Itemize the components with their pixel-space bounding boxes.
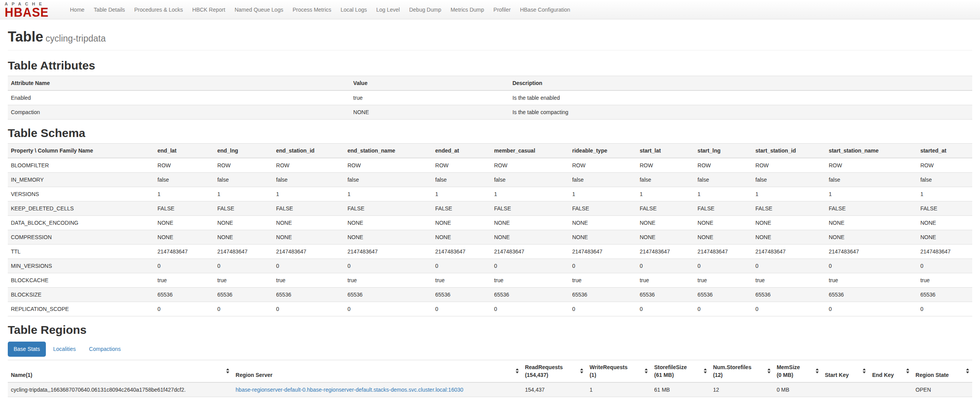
nav-item-hbase-configuration[interactable]: HBase Configuration	[515, 0, 575, 19]
schema-value-cell: 1	[826, 187, 917, 201]
schema-family-col-start-lat: start_lat	[636, 143, 694, 158]
regions-col-header-start-key[interactable]: Start Key	[822, 360, 869, 382]
schema-value-cell: NONE	[826, 230, 917, 244]
schema-value-cell: FALSE	[273, 201, 345, 215]
nav-item: Metrics Dump	[446, 0, 488, 19]
schema-table: Property \ Column Family Nameend_latend_…	[8, 143, 972, 316]
nav-item-local-logs[interactable]: Local Logs	[336, 0, 372, 19]
schema-value-cell: NONE	[636, 215, 694, 230]
schema-value-cell: 0	[273, 302, 345, 316]
schema-property-cell: MIN_VERSIONS	[8, 259, 154, 273]
region-state-cell: OPEN	[912, 382, 972, 397]
nav-item: Named Queue Logs	[230, 0, 288, 19]
regions-col-header-end-key[interactable]: End Key	[869, 360, 912, 382]
schema-value-cell: false	[432, 172, 491, 187]
schema-value-cell: true	[491, 273, 569, 287]
schema-value-cell: NONE	[432, 215, 491, 230]
schema-value-cell: 0	[432, 259, 491, 273]
schema-value-cell: 2147483647	[154, 244, 214, 259]
region-server-link[interactable]: hbase-regionserver-default-0.hbase-regio…	[235, 387, 463, 393]
regions-col-header-region-state[interactable]: Region State	[912, 360, 972, 382]
schema-value-cell: 0	[636, 259, 694, 273]
schema-row: DATA_BLOCK_ENCODINGNONENONENONENONENONEN…	[8, 215, 972, 230]
schema-property-cell: BLOCKCACHE	[8, 273, 154, 287]
schema-value-cell: 65536	[491, 287, 569, 302]
schema-value-cell: 1	[344, 187, 432, 201]
nav-item: Local Logs	[336, 0, 372, 19]
tab-base-stats[interactable]: Base Stats	[8, 342, 46, 357]
schema-property-cell: BLOOMFILTER	[8, 158, 154, 173]
schema-value-cell: 2147483647	[636, 244, 694, 259]
schema-row: BLOCKSIZE6553665536655366553665536655366…	[8, 287, 972, 302]
schema-value-cell: 65536	[917, 287, 972, 302]
schema-value-cell: NONE	[344, 230, 432, 244]
sort-icon	[863, 368, 866, 373]
hbase-logo[interactable]: APACHE HBASE	[0, 0, 65, 19]
schema-value-cell: true	[694, 273, 752, 287]
schema-value-cell: FALSE	[694, 201, 752, 215]
regions-header-row: Name(1)Region ServerReadRequests(154,437…	[8, 360, 972, 382]
schema-value-cell: 0	[569, 259, 636, 273]
schema-value-cell: false	[273, 172, 345, 187]
schema-property-cell: DATA_BLOCK_ENCODING	[8, 215, 154, 230]
schema-value-cell: FALSE	[432, 201, 491, 215]
schema-value-cell: true	[214, 273, 273, 287]
region-row: cycling-tripdata,,1663687070640.06131c80…	[8, 382, 972, 397]
regions-col-header-region-server[interactable]: Region Server	[232, 360, 522, 382]
schema-value-cell: 1	[491, 187, 569, 201]
schema-value-cell: ROW	[344, 158, 432, 173]
regions-col-header-storefile-size[interactable]: StorefileSize(61 MB)	[651, 360, 710, 382]
nav-item-home[interactable]: Home	[65, 0, 89, 19]
nav-item-debug-dump[interactable]: Debug Dump	[405, 0, 446, 19]
schema-value-cell: 1	[636, 187, 694, 201]
schema-value-cell: 0	[432, 302, 491, 316]
schema-row: IN_MEMORYfalsefalsefalsefalsefalsefalsef…	[8, 172, 972, 187]
schema-value-cell: ROW	[917, 158, 972, 173]
schema-value-cell: 0	[154, 302, 214, 316]
nav-item-hbck-report[interactable]: HBCK Report	[188, 0, 230, 19]
nav-item-log-level[interactable]: Log Level	[371, 0, 405, 19]
nav-item-procedures-locks[interactable]: Procedures & Locks	[130, 0, 188, 19]
schema-row: KEEP_DELETED_CELLSFALSEFALSEFALSEFALSEFA…	[8, 201, 972, 215]
tab-localities[interactable]: Localities	[47, 342, 82, 357]
nav-item-table-details[interactable]: Table Details	[89, 0, 129, 19]
schema-value-cell: false	[694, 172, 752, 187]
region-start-key-cell	[822, 382, 869, 397]
schema-value-cell: false	[569, 172, 636, 187]
nav-item-named-queue-logs[interactable]: Named Queue Logs	[230, 0, 288, 19]
nav-item-profiler[interactable]: Profiler	[489, 0, 515, 19]
sort-icon	[767, 368, 771, 373]
regions-col-label-line: Num.Storefiles	[713, 363, 771, 371]
regions-col-label-line: Region State	[915, 371, 969, 379]
page-title-text: Table	[8, 29, 43, 45]
table-regions-section: Table Regions Base StatsLocalitiesCompac…	[8, 323, 972, 397]
attribute-description-cell: Is the table enabled	[509, 90, 972, 105]
schema-value-cell: 0	[826, 302, 917, 316]
regions-col-header-read-requests[interactable]: ReadRequests(154,437)	[522, 360, 586, 382]
table-attributes-section: Table Attributes Attribute NameValueDesc…	[8, 59, 972, 120]
regions-col-header-name[interactable]: Name(1)	[8, 360, 232, 382]
regions-col-header-mem-size[interactable]: MemSize(0 MB)	[774, 360, 822, 382]
sort-icon	[906, 368, 910, 373]
schema-value-cell: NONE	[154, 215, 214, 230]
schema-value-cell: NONE	[432, 230, 491, 244]
schema-property-cell: KEEP_DELETED_CELLS	[8, 201, 154, 215]
schema-row: VERSIONS111111111111	[8, 187, 972, 201]
regions-col-header-num-storefiles[interactable]: Num.Storefiles(12)	[710, 360, 774, 382]
schema-family-col-start-station-id: start_station_id	[752, 143, 826, 158]
schema-value-cell: FALSE	[752, 201, 826, 215]
regions-table: Name(1)Region ServerReadRequests(154,437…	[8, 360, 972, 397]
schema-value-cell: 65536	[694, 287, 752, 302]
schema-value-cell: 65536	[273, 287, 345, 302]
sort-icon	[516, 368, 519, 373]
schema-row: TTL2147483647214748364721474836472147483…	[8, 244, 972, 259]
tab-compactions[interactable]: Compactions	[83, 342, 127, 357]
schema-value-cell: true	[432, 273, 491, 287]
regions-col-header-write-requests[interactable]: WriteRequests(1)	[586, 360, 651, 382]
schema-value-cell: NONE	[491, 215, 569, 230]
sort-icon	[580, 368, 584, 373]
schema-value-cell: 2147483647	[491, 244, 569, 259]
nav-item-metrics-dump[interactable]: Metrics Dump	[446, 0, 488, 19]
nav-item-process-metrics[interactable]: Process Metrics	[288, 0, 336, 19]
schema-value-cell: 65536	[569, 287, 636, 302]
